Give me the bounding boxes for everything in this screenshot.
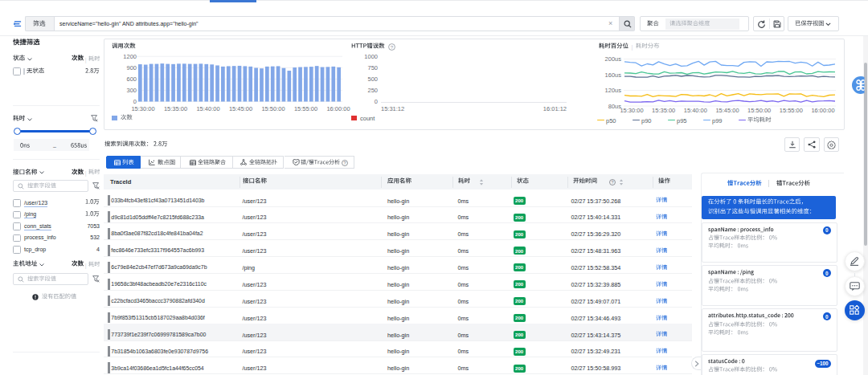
svg-text:?: ?	[391, 44, 394, 50]
svg-text:?: ?	[343, 160, 346, 165]
svg-text:?: ?	[611, 179, 613, 184]
